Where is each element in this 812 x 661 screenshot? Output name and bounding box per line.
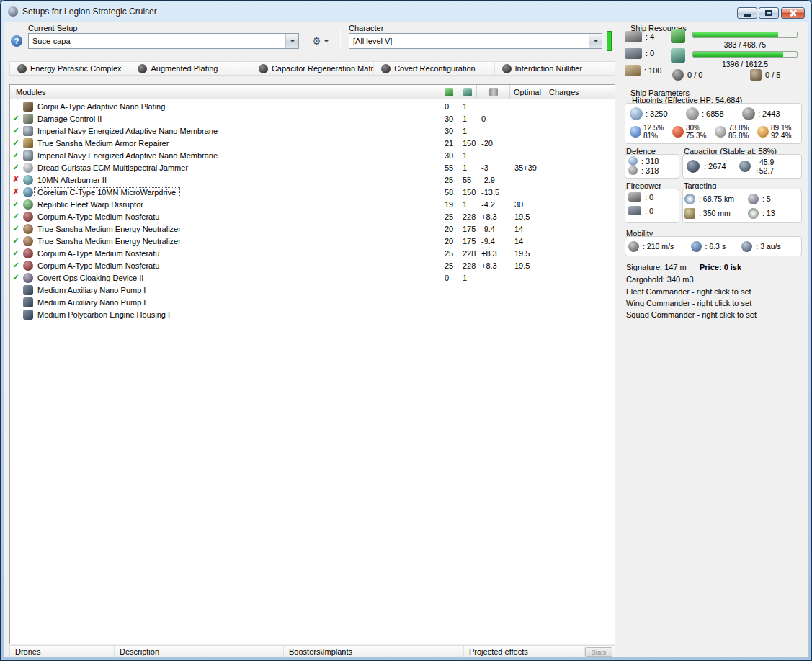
character-dropdown-button[interactable] (589, 34, 602, 48)
online-check-icon: ✓ (10, 271, 22, 284)
module-row[interactable]: ✓Imperial Navy Energized Adaptive Nano M… (10, 149, 615, 161)
app-window: Setups for Legion Strategic Cruiser Curr… (0, 0, 812, 661)
drones-capacity: 0 / 0 (672, 69, 702, 81)
minimize-button[interactable] (737, 7, 757, 19)
warp-speed-value: : 3 au/s (756, 242, 780, 251)
subsystem-slot-1[interactable]: Energy Parasitic Complex (10, 62, 130, 75)
footer-tab-boosters-implants[interactable]: Boosters\Implants (284, 646, 464, 657)
module-name: Corpum A-Type Medium Nosferatu (35, 249, 440, 258)
help-icon[interactable]: ? (11, 35, 22, 47)
footer-tab-projected-effects[interactable]: Projected effects (464, 646, 585, 657)
cpu-bar (692, 32, 798, 38)
fleet-commander-text[interactable]: Fleet Commander - right click to set (626, 287, 751, 296)
targeting-range-row: : 68.75 km (684, 192, 748, 206)
module-row[interactable]: Corpii A-Type Adaptive Nano Plating01 (10, 100, 615, 112)
module-optimal-value: 19.5 (509, 249, 545, 258)
armor-resist-value: 92.4% (771, 132, 791, 140)
scan-resolution-row: : 350 mm (684, 206, 748, 220)
module-pg-value: 150 (458, 188, 476, 197)
module-row[interactable]: ✓Corpum A-Type Medium Nosferatu25228+8.3… (10, 259, 615, 271)
module-cap-value: -9.4 (476, 225, 509, 233)
powergrid-column-header (458, 85, 476, 99)
module-cap-value: -2.9 (476, 176, 509, 184)
module-row[interactable]: Medium Polycarbon Engine Housing I (10, 308, 615, 320)
setup-combobox[interactable]: Suce-capa (28, 33, 299, 49)
module-name: Dread Guristas ECM Multispectral Jammer (35, 163, 440, 172)
subsystem-slot-2[interactable]: Augmented Plating (130, 62, 251, 75)
rig-icon (23, 310, 33, 320)
capacitor-delta-values: - 45.9 +52.7 (755, 158, 775, 175)
title-bar[interactable]: Setups for Legion Strategic Cruiser (1, 1, 811, 22)
hull-hp: : 2443 (742, 107, 798, 120)
subsystem-label: Energy Parasitic Complex (30, 64, 122, 73)
align-time-value: : 6.3 s (705, 242, 726, 251)
defence-row-2: : 318 (628, 166, 676, 175)
close-button[interactable] (781, 7, 805, 19)
velocity-value: : 210 m/s (643, 242, 674, 251)
module-cpu-value: 58 (440, 188, 458, 197)
module-row[interactable]: ✗10MN Afterburner II2555-2.9 (10, 174, 615, 186)
close-icon (782, 8, 804, 18)
max-targets-icon (748, 194, 759, 204)
footer-tab-description[interactable]: Description (115, 646, 284, 657)
module-row[interactable]: ✓Republic Fleet Warp Disruptor191-4.230 (10, 198, 615, 210)
module-name: Damage Control II (35, 114, 440, 123)
module-pg-value: 228 (458, 261, 476, 270)
module-row[interactable]: Medium Auxiliary Nano Pump I (10, 296, 615, 308)
resist-cell: 73.8%85.8% (715, 124, 757, 140)
turret-hardpoint-icon (625, 31, 642, 42)
module-row[interactable]: ✓True Sansha Medium Energy Neutralizer20… (10, 222, 615, 235)
module-cpu-value: 25 (440, 176, 458, 184)
turret-dps-value: : 0 (645, 193, 653, 202)
firepower-box: : 0 : 0 (625, 189, 679, 223)
module-row[interactable]: ✓Damage Control II3010 (10, 112, 615, 125)
character-skill-indicator (607, 31, 612, 51)
module-row[interactable]: ✗Corelum C-Type 10MN MicroWarpdrive58150… (10, 186, 615, 198)
module-row[interactable]: ✓Corpum A-Type Medium Nosferatu25228+8.3… (10, 210, 615, 222)
module-pg-value: 228 (458, 249, 476, 258)
module-row[interactable]: ✓Covert Ops Cloaking Device II01 (10, 271, 615, 284)
shield-resist-value: 89.1% (771, 124, 791, 132)
missile-dps-icon (628, 206, 641, 215)
subsystem-slot-3[interactable]: Capacitor Regeneration Matr (251, 62, 374, 75)
squad-commander-text[interactable]: Squad Commander - right click to set (626, 310, 757, 319)
offline-x-icon: ✗ (10, 186, 22, 198)
subsystem-slot-4[interactable]: Covert Reconfiguration (374, 62, 494, 75)
stats-button[interactable]: Stats (585, 647, 612, 657)
cpu-column-header (440, 85, 458, 99)
charges-column-header: Charges (545, 85, 615, 99)
setup-dropdown-button[interactable] (285, 34, 298, 48)
module-row[interactable]: ✓True Sansha Medium Energy Neutralizer20… (10, 235, 615, 247)
armor-hp-value: : 6858 (702, 109, 724, 118)
maximize-button[interactable] (759, 7, 779, 19)
missile-dps-row: : 0 (628, 206, 676, 215)
footer-tab-drones[interactable]: Drones (10, 646, 115, 657)
module-pg-value: 1 (458, 274, 476, 282)
calibration-icon (625, 65, 641, 76)
module-cap-value: 0 (476, 114, 509, 123)
module-cpu-value: 25 (440, 249, 458, 258)
footer-tab-label: Boosters\Implants (289, 647, 352, 656)
module-row[interactable]: ✓Corpum A-Type Medium Nosferatu25228+8.3… (10, 247, 615, 259)
velocity-icon (628, 241, 639, 252)
setup-tools-button[interactable]: ⚙ (306, 33, 335, 49)
turret-hardpoints: : 4 (625, 31, 654, 42)
module-row[interactable]: ✓Imperial Navy Energized Adaptive Nano M… (10, 125, 615, 137)
resist-values: 30%75.3% (686, 124, 706, 140)
character-combobox[interactable]: [All level V] (349, 33, 602, 49)
module-row[interactable]: ✓True Sansha Medium Armor Repairer21150-… (10, 137, 615, 149)
subsystem-label: Covert Reconfiguration (394, 64, 476, 73)
module-pg-value: 150 (458, 139, 476, 148)
capacitor-capacity-value: : 2674 (704, 162, 726, 171)
damage-control-icon (23, 114, 33, 124)
subsystem-slot-5[interactable]: Interdiction Nullifier (495, 62, 615, 75)
module-cap-value: -3 (476, 163, 509, 172)
slot-icon (750, 69, 762, 81)
wing-commander-text[interactable]: Wing Commander - right click to set (626, 299, 751, 307)
module-row[interactable]: Medium Auxiliary Nano Pump I (10, 284, 615, 296)
current-setup-label: Current Setup (28, 24, 77, 32)
module-row[interactable]: ✓Dread Guristas ECM Multispectral Jammer… (10, 161, 615, 174)
cpu-usage-text: 383 / 468.75 (692, 40, 798, 49)
module-cpu-value: 30 (440, 127, 458, 135)
module-name: Medium Auxiliary Nano Pump I (35, 298, 440, 307)
